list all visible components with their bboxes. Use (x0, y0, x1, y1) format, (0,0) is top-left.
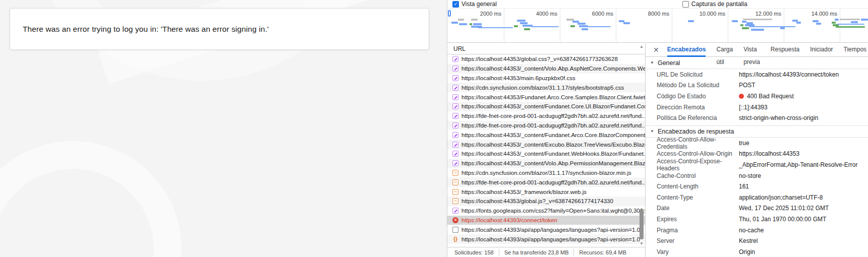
network-request-row[interactable]: https://localhost:44353/_content/Volo.Ab… (447, 64, 645, 74)
request-url-text: https://localhost:44393/api/app/language… (461, 236, 640, 242)
close-details-icon[interactable]: ✕ (653, 46, 659, 54)
header-value: https://localhost:44393/connect/token (739, 71, 839, 78)
stylesheet-file-icon (452, 66, 458, 72)
network-request-row[interactable]: https://localhost:44353/_content/Volo.Ab… (447, 159, 645, 168)
network-request-row[interactable]: ✕https://localhost:44393/connect/token (447, 216, 645, 225)
header-value: Wed, 17 Dec 2025 11:01:02 GMT (739, 205, 829, 212)
header-value-text: Kestrel (739, 237, 758, 244)
devtools-network-panel: ✓ Vista general Capturas de pantalla 200… (447, 0, 868, 257)
tab-tiempos[interactable]: Tiempos (844, 43, 867, 57)
request-url-text: https://cdn.syncfusion.com/blazor/31.1.1… (461, 170, 631, 176)
network-main-area: URL https://localhost:44353/global.css?_… (447, 43, 868, 257)
header-value-text: strict-origin-when-cross-origin (739, 114, 818, 121)
request-details-panel: ✕ EncabezadosCarga útilVista previaRespu… (645, 43, 868, 257)
network-request-row[interactable]: https://localhost:44353/_content/Fundane… (447, 130, 645, 140)
screenshots-checkbox-group[interactable]: Capturas de pantalla (682, 1, 747, 8)
waterfall-bar (478, 27, 513, 28)
script-file-icon: ∙∙ (452, 189, 458, 195)
timeline-gridline (672, 9, 672, 42)
overview-checkbox[interactable]: ✓ (452, 1, 459, 8)
summary-item: Se ha transferido 23,8 MB (499, 249, 574, 256)
network-request-row[interactable]: https://fde-fnet-core-prod-001-acdugugff… (447, 111, 645, 121)
network-request-row[interactable]: ∙∙https://localhost:44353/_framework/bla… (447, 187, 645, 197)
request-url-text: https://localhost:44353/_content/Fundane… (461, 132, 645, 138)
waterfall-bar (740, 24, 743, 26)
header-value-text: no-store (739, 172, 761, 179)
waterfall-bar (742, 21, 746, 23)
network-request-row[interactable]: https://localhost:44353/global.css?_v=63… (447, 54, 645, 64)
network-request-row[interactable]: https://localhost:44353/Fundanet.Arco.Co… (447, 92, 645, 102)
header-kv-row: Política De Referenciastrict-origin-when… (646, 112, 868, 123)
request-url-text: https://localhost:44393/connect/token (461, 217, 557, 223)
error-message-text: There was an error trying to log you in:… (10, 25, 269, 34)
network-request-row[interactable]: https://localhost:44353/_content/Fundane… (447, 102, 645, 111)
timeline-scrub-handle[interactable] (448, 10, 451, 17)
network-request-row[interactable]: https://cdn.syncfusion.com/blazor/31.1.1… (447, 83, 645, 92)
header-name: Método De La Solicitud (657, 82, 739, 89)
network-overview-timeline[interactable]: 2000 ms4000 ms6000 ms8000 ms10.000 ms12.… (447, 9, 868, 43)
waterfall-bar (514, 25, 518, 27)
request-url-text: https://fde-fnet-core-prod-001-acdugugff… (461, 113, 645, 119)
url-column-header[interactable]: URL (447, 43, 645, 54)
header-kv-row: Content-Typeapplication/json;charset=UTF… (646, 192, 868, 203)
tab-respuesta[interactable]: Respuesta (771, 43, 799, 57)
header-value-text: true (739, 140, 749, 147)
network-request-row[interactable]: https://fonts.googleapis.com/css2?family… (447, 206, 645, 216)
request-url-text: https://fde-fnet-core-prod-001-acdugugff… (461, 122, 645, 128)
timeline-tick-label: 4000 ms (536, 11, 557, 17)
network-request-row[interactable]: https://localhost:44353/_content/Fundane… (447, 149, 645, 159)
network-request-row[interactable]: https://localhost:44393/api/app/language… (447, 225, 645, 234)
tab-encabezados[interactable]: Encabezados (667, 43, 706, 57)
network-request-row[interactable]: https://fde-fnet-core-prod-001-acdugugff… (447, 121, 645, 131)
waterfall-bar (623, 22, 630, 24)
stylesheet-file-icon (452, 132, 458, 138)
header-value-text: https://localhost:44353 (739, 150, 799, 157)
network-request-row[interactable]: https://localhost:44353/_content/Excubo.… (447, 140, 645, 149)
network-request-row[interactable]: {}https://localhost:44393/api/app/langua… (447, 234, 645, 244)
header-value-text: 161 (739, 183, 749, 190)
timeline-gridline (784, 9, 784, 42)
tab-carga-til[interactable]: Carga útil (716, 43, 733, 57)
error-file-icon: ✕ (452, 217, 458, 223)
header-kv-row: Cache-Controlno-store (646, 170, 868, 181)
network-request-row[interactable]: ∙∙https://fde-fnet-core-prod-001-acdugug… (447, 177, 645, 187)
requests-scrollbar[interactable]: ▲ ▼ (639, 44, 645, 246)
header-kv-row: Access-Control-Expose-Headers_AbpErrorFo… (646, 159, 868, 170)
timeline-tick-label: 2000 ms (480, 11, 501, 17)
header-name: Date (657, 205, 739, 212)
header-value-text: _AbpErrorFormat,Abp-Tenant-Resolve-Error (739, 161, 857, 168)
header-value-text: no-cache (739, 227, 764, 234)
waterfall-bar (840, 19, 860, 20)
network-summary-bar: Solicitudes: 158Se ha transferido 23,8 M… (447, 247, 645, 257)
header-value: application/json;charset=UTF-8 (739, 194, 823, 201)
network-request-row[interactable]: ∙∙https://cdn.syncfusion.com/blazor/31.1… (447, 168, 645, 178)
timeline-tick-label: 14.000 ms (812, 11, 837, 17)
waterfall-bar (796, 22, 801, 24)
header-kv-row: ServerKestrel (646, 235, 868, 246)
stylesheet-file-icon (452, 94, 458, 100)
header-value-text: application/json;charset=UTF-8 (739, 194, 823, 201)
timeline-tick-label: 8000 ms (648, 11, 669, 17)
header-value: https://localhost:44353 (739, 150, 799, 157)
screenshots-checkbox[interactable] (682, 1, 689, 8)
tab-vista-previa[interactable]: Vista previa (743, 43, 760, 57)
scroll-up-arrow[interactable]: ▲ (639, 44, 645, 49)
request-url-text: https://fonts.googleapis.com/css2?family… (461, 208, 645, 214)
network-request-row[interactable]: https://localhost:44353/main.6puzpkbx0f.… (447, 74, 645, 83)
waterfall-bar (577, 23, 586, 25)
waterfall-bar (835, 19, 839, 21)
network-request-row[interactable]: ∙∙https://localhost:44353/global.js?_v=6… (447, 197, 645, 206)
scroll-down-arrow[interactable]: ▼ (639, 241, 645, 246)
header-name: Content-Type (657, 194, 739, 201)
header-value: Thu, 01 Jan 1970 00:00:00 GMT (739, 216, 826, 223)
waterfall-bar (471, 19, 478, 21)
waterfall-bar (816, 23, 821, 25)
request-url-text: https://localhost:44353/global.js?_v=638… (461, 198, 613, 204)
request-url-text: https://localhost:44353/_content/Volo.Ab… (461, 160, 645, 166)
tab-iniciador[interactable]: Iniciador (810, 43, 833, 57)
requests-list-panel: URL https://localhost:44353/global.css?_… (447, 43, 645, 257)
scrollbar-thumb[interactable] (640, 209, 644, 239)
header-name: Access-Control-Expose-Headers (657, 158, 739, 172)
timeline-gridline (728, 9, 728, 42)
overview-checkbox-group[interactable]: ✓ Vista general (452, 1, 497, 8)
